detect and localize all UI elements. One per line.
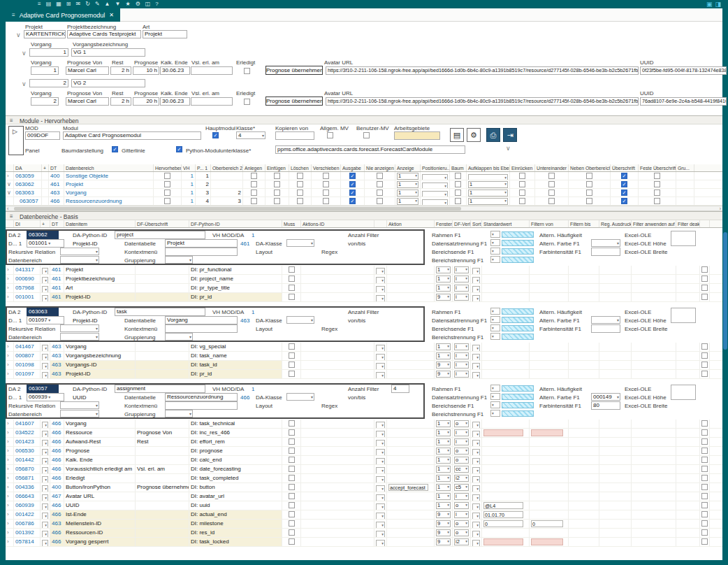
nie-checkbox[interactable] [377,189,383,196]
neben-checkbox[interactable] [586,173,592,179]
vsl-erl-am-field[interactable] [191,97,233,106]
da-klasse-dropdown[interactable]: ▾ [286,393,314,401]
einf-checkbox[interactable] [274,181,280,187]
row-checkbox[interactable] [701,371,708,377]
di-field[interactable]: 060939 ▾ [27,393,64,401]
dd1-dropdown[interactable]: ▾ [42,531,48,537]
expander-icon[interactable]: › [7,511,9,517]
sort-dropdown[interactable]: ▾ [472,354,480,360]
sort-dropdown[interactable]: ▾ [472,440,480,446]
herv-checkbox[interactable] [164,189,170,196]
sort-dropdown[interactable]: ▾ [472,503,480,510]
dd2-dropdown[interactable]: ▾ [376,363,385,369]
muss-checkbox[interactable] [289,529,295,536]
bereichstrennung-color-field[interactable] [502,334,534,340]
column-header[interactable]: Filter anwenden auf [632,220,676,227]
dd2-dropdown[interactable]: ▾ [376,372,385,378]
row-checkbox[interactable] [701,493,708,499]
fen-dropdown[interactable]: 1▾ [436,484,451,491]
column-header[interactable]: DT [49,164,64,171]
anlegen-checkbox[interactable] [251,173,257,179]
expander-icon[interactable]: › [7,457,9,463]
datenbereich-dropdown[interactable]: ▾ [60,410,99,417]
aufkl-dropdown[interactable]: 1▾ [468,189,508,196]
anzeige-dropdown[interactable]: 1▾ [397,173,418,180]
versch-checkbox[interactable] [323,189,329,196]
dd2-dropdown[interactable]: ▾ [376,540,385,546]
verh-dropdown[interactable]: i▾ [454,343,469,350]
vsl-erl-am-field[interactable] [191,66,233,75]
list-icon[interactable]: ▤ [46,1,52,8]
muss-checkbox[interactable] [289,429,295,436]
uuid-field[interactable]: 0f23f5be-fd95-004f-8178-132474e8386e [640,66,727,75]
da-python-id-field[interactable]: project [115,231,205,239]
task-id-field[interactable]: 2 [29,79,68,87]
muss-checkbox[interactable] [289,266,295,273]
fvon-field[interactable]: 0 [531,520,563,527]
altern-farbe-dropdown[interactable]: ▾ [591,239,620,247]
datensatztrennung-dropdown[interactable]: ▾ [490,316,500,323]
dd1-dropdown[interactable]: ▾ [42,431,48,437]
datentabelle-field[interactable]: Projekt [165,239,238,248]
sort-dropdown[interactable]: ▾ [472,540,480,546]
farbintensitaet-field[interactable] [591,248,620,256]
module-list-button[interactable]: ▤ [450,128,464,142]
sort-dropdown[interactable]: ▾ [472,531,480,537]
verh-dropdown[interactable]: o▾ [454,520,469,527]
verh-dropdown[interactable]: i2▾ [454,538,469,545]
dd2-dropdown[interactable]: ▾ [376,458,385,464]
column-header[interactable]: + [41,220,50,227]
column-header[interactable]: Filtern von [530,220,569,227]
pos-dropdown[interactable]: ▾ [422,191,448,196]
dd1-dropdown[interactable]: ▾ [42,449,48,455]
anlegen-checkbox[interactable] [251,181,257,187]
prognose-field[interactable]: 10 h [133,66,159,75]
baum-checkbox[interactable] [455,198,461,204]
column-header[interactable]: Untereinander [535,164,569,171]
anlegen-checkbox[interactable] [251,198,257,204]
project-id-field[interactable]: KARTENTRICKS [24,30,66,38]
da-klasse-dropdown[interactable]: ▾ [286,316,314,324]
prognose-uebernehmen-button[interactable]: Prognose übernehmen [265,66,323,75]
column-header[interactable] [700,220,710,227]
expander-icon[interactable]: › [7,343,9,350]
altern-farbe-dropdown[interactable]: ▾ [591,316,620,324]
ueber-checkbox[interactable]: ✓ [621,198,627,204]
muss-checkbox[interactable] [289,343,295,350]
fen-dropdown[interactable]: 1▾ [436,457,451,464]
aktion-field[interactable]: accept_forecast [388,484,428,491]
gitterlinie-checkbox[interactable]: ✓ [112,146,118,152]
column-header[interactable]: Neben Oberbereich [569,164,611,171]
altern-farbe-dropdown[interactable]: 000149▾ [591,393,620,401]
fen-dropdown[interactable]: 9▾ [436,520,451,527]
panel-toggle-icon[interactable]: ◨ [715,1,721,8]
column-header[interactable]: Filtern bis [569,220,599,227]
column-header[interactable]: DF-Verh. [453,220,471,227]
column-header[interactable]: + [42,164,49,171]
column-header[interactable]: DI [14,220,41,227]
sort-dropdown[interactable]: ▾ [472,513,480,519]
excel-ole-field[interactable] [671,231,696,246]
column-header[interactable] [6,164,14,171]
expander-icon[interactable]: › [7,475,9,481]
pos-dropdown[interactable]: ▾ [422,183,448,188]
muss-checkbox[interactable] [289,276,295,282]
datensatztrennung-dropdown[interactable]: ▾ [490,239,500,246]
da-field[interactable]: 063062 [27,231,59,239]
maximize-icon[interactable]: ▣ [706,1,713,8]
sort-dropdown[interactable]: ▾ [472,467,480,473]
dd1-dropdown[interactable]: ▾ [42,440,48,446]
close-icon[interactable]: ✕ [109,12,114,18]
sort-dropdown[interactable]: ▾ [472,458,480,464]
farbintensitaet-field[interactable]: 80 [591,401,620,410]
bereichsende-color-field[interactable] [502,325,534,331]
einr-checkbox[interactable] [519,181,525,187]
sort-dropdown[interactable]: ▾ [472,449,480,455]
bereichstrennung-color-field[interactable] [502,410,534,417]
ausgabe-checkbox[interactable]: ✓ [349,189,356,196]
refresh-icon[interactable]: ↻ [85,1,90,8]
dd2-dropdown[interactable]: ▾ [376,277,385,283]
new-window-icon[interactable]: ⊞ [66,1,71,8]
da-python-id-field[interactable]: assignment [115,385,205,393]
muss-checkbox[interactable] [289,493,295,499]
